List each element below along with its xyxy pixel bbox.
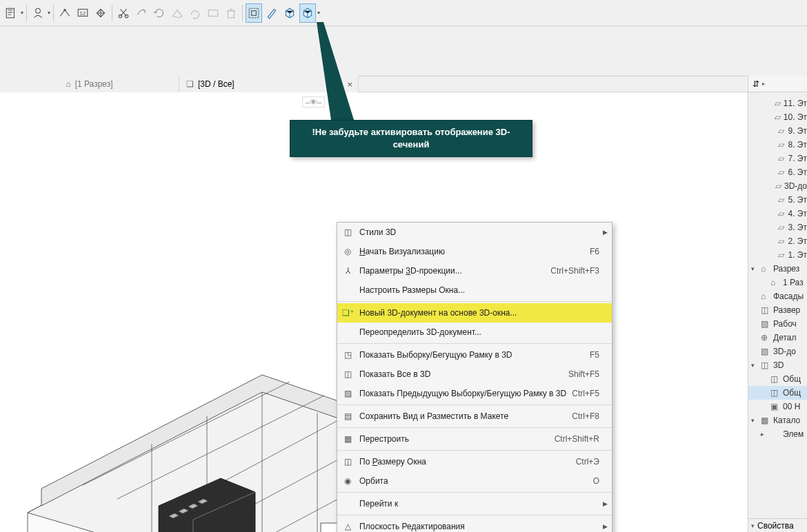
tree-item[interactable]: ◫Развер — [748, 303, 807, 317]
tree-item[interactable]: ⊕Детал — [748, 331, 807, 345]
dropdown-arrow-icon[interactable]: ▾ — [317, 10, 320, 16]
move-button[interactable] — [133, 3, 150, 23]
tree-item-label: 00 Н — [783, 402, 800, 411]
menu-rebuild[interactable]: ▦ Перестроить Ctrl+Shift+R — [337, 429, 612, 449]
tree-item[interactable]: ▱11. Эт — [748, 96, 807, 110]
tree-item[interactable]: Элем — [748, 427, 807, 441]
redo-button[interactable] — [187, 3, 203, 23]
tree-item[interactable]: ▣00 Н — [748, 400, 807, 413]
menu-styles-3d[interactable]: ◫ Стили 3D ▶ — [337, 223, 612, 242]
properties-collapser[interactable]: ▾ Свойства — [748, 518, 807, 532]
tree-item[interactable]: ▱10. Эт — [748, 110, 807, 124]
menu-show-all[interactable]: ◫ Показать Все в 3D Shift+F5 — [337, 365, 612, 384]
file-button[interactable] — [3, 3, 19, 23]
rebuild-icon: ▦ — [337, 434, 358, 444]
menu-orbit[interactable]: ◉ Орбита O — [337, 471, 612, 491]
context-menu: ◫ Стили 3D ▶ ◎ Начать Визуализацию F6 ⅄ … — [337, 222, 612, 532]
menu-separator — [337, 301, 612, 302]
menu-fit-window[interactable]: ◫ По Размеру Окна Ctrl+Э — [337, 452, 612, 471]
tree-item[interactable]: ⌂Фасады — [748, 289, 807, 303]
menu-redefine-3d-doc[interactable]: Переопределить 3D-документ... — [337, 323, 612, 342]
tree-item[interactable]: ▱2. Эт — [748, 234, 807, 248]
menu-3d-projection[interactable]: ⅄ Параметры 3D-проекции... Ctrl+Shift+F3 — [337, 261, 612, 280]
tree-item-label: Разрез — [773, 264, 799, 274]
tree-item[interactable]: ◫3D — [748, 358, 807, 372]
tree-item[interactable] — [748, 441, 807, 455]
tree-item-icon: ▨ — [761, 319, 770, 329]
edit-button[interactable] — [263, 3, 280, 23]
tree-item[interactable]: ▦Катало — [748, 413, 807, 427]
anchor-button[interactable] — [92, 3, 109, 23]
menu-separator — [337, 492, 612, 493]
tree-item[interactable]: ▨Рабоч — [748, 317, 807, 331]
menu-separator — [337, 343, 612, 344]
tree-item[interactable]: ▱4. Эт — [748, 207, 807, 221]
tree-item[interactable]: ⌂Разрез — [748, 262, 807, 276]
tree-item[interactable]: ⌂1 Раз — [748, 276, 807, 289]
menu-window-size[interactable]: Настроить Размеры Окна... — [337, 280, 612, 300]
dim-button[interactable]: 12 — [74, 3, 91, 23]
save-icon: ▤ — [337, 411, 358, 421]
user-button[interactable] — [30, 3, 46, 23]
tree-item-label: Развер — [773, 305, 800, 315]
tab-section[interactable]: ⌂ [1 Разрез] — [0, 76, 179, 92]
tree-item-label: 9. Эт — [788, 126, 807, 136]
tree-item-icon: ⌂ — [761, 264, 770, 274]
tree-item[interactable]: ◫Общ — [748, 372, 807, 386]
section-icon: ⌂ — [66, 79, 70, 89]
close-icon[interactable]: × — [347, 79, 352, 90]
nav-tree-icon: ⇵ — [753, 79, 759, 89]
tree-item-label: 3D-до — [773, 347, 796, 356]
tree-item[interactable]: ▧3D-до — [748, 345, 807, 358]
view-indicator[interactable]: –👁– — [302, 96, 325, 108]
tab-3d[interactable]: ❏ [3D / Все] × — [179, 76, 359, 92]
menu-goto[interactable]: Перейти к ▶ — [337, 494, 612, 513]
3dcut-button[interactable] — [281, 3, 298, 23]
path-button[interactable] — [169, 3, 186, 23]
navigator-panel: ⇵ ▸ ▱11. Эт▱10. Эт▱9. Эт▱8. Эт▱7. Эт▱6. … — [748, 76, 807, 532]
tree-item-icon: ◫ — [761, 305, 770, 315]
tree-item[interactable]: ▱9. Эт — [748, 124, 807, 138]
tree-item[interactable]: ◫Общ — [748, 386, 807, 400]
menu-show-prev[interactable]: ▨ Показать Предыдущую Выборку/Бегущую Ра… — [337, 384, 612, 403]
menu-start-render[interactable]: ◎ Начать Визуализацию F6 — [337, 242, 612, 261]
tree-item-icon: ◫ — [761, 360, 770, 370]
tree-item[interactable]: ▱3D-до — [748, 179, 807, 193]
tree-item-label: 1 Раз — [783, 278, 804, 287]
camera-icon: ◎ — [337, 247, 358, 256]
tree-item[interactable]: ▱3. Эт — [748, 221, 807, 234]
tree-item-label: Общ — [783, 388, 801, 398]
menu-edit-plane[interactable]: △ Плоскость Редактирования ▶ — [337, 517, 612, 532]
rect-button[interactable] — [205, 3, 221, 23]
menu-save-view[interactable]: ▤ Сохранить Вид и Разместить в Макете Ct… — [337, 407, 612, 426]
plane-icon: △ — [337, 522, 358, 531]
prev-cube-icon: ▨ — [337, 389, 358, 398]
tab-label: [3D / Все] — [198, 79, 235, 89]
tree-item-icon: ⌂ — [761, 291, 770, 301]
dropdown-arrow-icon[interactable]: ▾ — [21, 10, 23, 16]
menu-show-selection[interactable]: ◳ Показать Выборку/Бегущую Рамку в 3D F5 — [337, 345, 612, 365]
tree-item[interactable]: ▱5. Эт — [748, 193, 807, 207]
tree-item-label: 7. Эт — [788, 154, 807, 163]
rotate-button[interactable] — [151, 3, 168, 23]
tree-item-label: Элем — [783, 429, 804, 439]
tree-item[interactable]: ▱8. Эт — [748, 138, 807, 152]
tree-item[interactable]: ▱6. Эт — [748, 165, 807, 179]
menu-new-3d-doc[interactable]: ❏⁺ Новый 3D-документ на основе 3D-окна..… — [337, 303, 612, 323]
submenu-arrow-icon: ▶ — [603, 500, 608, 507]
navigator-header[interactable]: ⇵ ▸ — [748, 76, 807, 92]
3dview-button[interactable] — [299, 3, 316, 23]
tree-item[interactable]: ▱7. Эт — [748, 152, 807, 165]
tree-item-label: 6. Эт — [788, 167, 807, 177]
snap-button[interactable] — [57, 3, 73, 23]
cut-button[interactable] — [115, 3, 132, 23]
all-cube-icon: ◫ — [337, 369, 358, 379]
dropdown-arrow-icon[interactable]: ▾ — [48, 10, 50, 16]
new-doc-icon: ❏⁺ — [337, 308, 358, 318]
tree-item[interactable]: ▱1. Эт — [748, 248, 807, 262]
tree-item-label: 1. Эт — [788, 250, 807, 260]
marquee-button[interactable] — [246, 3, 262, 23]
tree-item-icon: ▱ — [778, 223, 785, 232]
trash-button[interactable] — [223, 3, 239, 23]
tree-item-icon: ▧ — [761, 347, 770, 356]
